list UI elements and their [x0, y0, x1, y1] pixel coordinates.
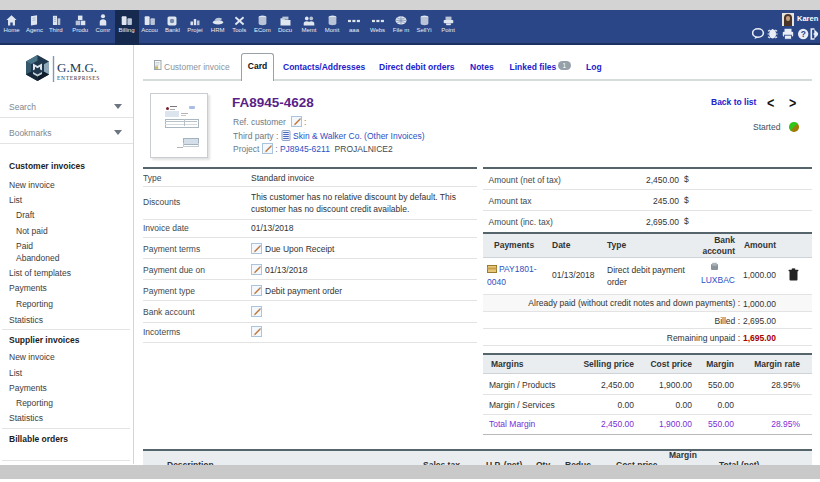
svg-text:ENTERPRISES: ENTERPRISES	[57, 75, 100, 81]
svg-text:G.M.G.: G.M.G.	[57, 60, 97, 75]
svg-text:?: ?	[801, 29, 806, 39]
